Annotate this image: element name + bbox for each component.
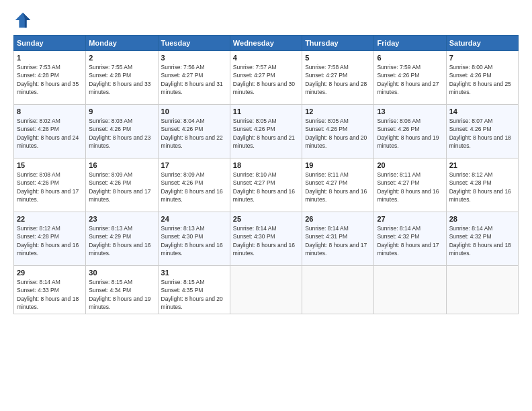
day-info: Sunrise: 7:59 AM Sunset: 4:26 PM Dayligh… [377,63,443,96]
day-number: 20 [377,161,443,169]
table-row: 16 Sunrise: 8:09 AM Sunset: 4:26 PM Dayl… [86,158,158,212]
header-friday: Friday [374,36,446,51]
day-info: Sunrise: 8:10 AM Sunset: 4:27 PM Dayligh… [233,171,299,203]
header-saturday: Saturday [446,36,518,51]
day-info: Sunrise: 8:07 AM Sunset: 4:26 PM Dayligh… [449,117,515,150]
day-info: Sunrise: 8:12 AM Sunset: 4:28 PM Dayligh… [449,171,515,203]
day-info: Sunrise: 8:13 AM Sunset: 4:30 PM Dayligh… [161,224,227,257]
day-number: 26 [305,215,371,223]
day-info: Sunrise: 8:15 AM Sunset: 4:35 PM Dayligh… [161,278,227,311]
day-info: Sunrise: 7:57 AM Sunset: 4:27 PM Dayligh… [233,63,299,96]
day-number: 29 [17,269,83,277]
weekday-header-row: Sunday Monday Tuesday Wednesday Thursday… [14,36,519,51]
table-row: 31 Sunrise: 8:15 AM Sunset: 4:35 PM Dayl… [158,266,230,314]
table-row: 24 Sunrise: 8:13 AM Sunset: 4:30 PM Dayl… [158,212,230,266]
table-row [374,266,446,314]
table-row: 5 Sunrise: 7:58 AM Sunset: 4:27 PM Dayli… [302,51,374,105]
page: Sunday Monday Tuesday Wednesday Thursday… [0,0,532,411]
table-row: 7 Sunrise: 8:00 AM Sunset: 4:26 PM Dayli… [446,51,518,105]
table-row: 26 Sunrise: 8:14 AM Sunset: 4:31 PM Dayl… [302,212,374,266]
day-info: Sunrise: 8:08 AM Sunset: 4:26 PM Dayligh… [17,171,83,203]
day-info: Sunrise: 8:12 AM Sunset: 4:28 PM Dayligh… [17,224,83,257]
day-number: 6 [377,54,443,62]
day-info: Sunrise: 8:00 AM Sunset: 4:26 PM Dayligh… [449,63,515,96]
header-thursday: Thursday [302,36,374,51]
day-info: Sunrise: 7:53 AM Sunset: 4:28 PM Dayligh… [17,63,83,96]
day-number: 4 [233,54,299,62]
day-number: 12 [305,107,371,116]
table-row [446,266,518,314]
day-info: Sunrise: 8:06 AM Sunset: 4:26 PM Dayligh… [377,117,443,150]
header-wednesday: Wednesday [230,36,302,51]
table-row: 1 Sunrise: 7:53 AM Sunset: 4:28 PM Dayli… [14,51,86,105]
day-number: 5 [305,54,371,62]
day-info: Sunrise: 7:56 AM Sunset: 4:27 PM Dayligh… [161,63,227,96]
table-row: 22 Sunrise: 8:12 AM Sunset: 4:28 PM Dayl… [14,212,86,266]
table-row: 15 Sunrise: 8:08 AM Sunset: 4:26 PM Dayl… [14,158,86,212]
table-row: 27 Sunrise: 8:14 AM Sunset: 4:32 PM Dayl… [374,212,446,266]
day-number: 15 [17,161,83,169]
day-info: Sunrise: 8:05 AM Sunset: 4:26 PM Dayligh… [305,117,371,150]
day-info: Sunrise: 7:58 AM Sunset: 4:27 PM Dayligh… [305,63,371,96]
day-number: 16 [89,161,154,169]
day-info: Sunrise: 8:14 AM Sunset: 4:33 PM Dayligh… [17,278,83,311]
day-number: 7 [449,54,515,62]
day-number: 10 [161,107,227,116]
table-row: 10 Sunrise: 8:04 AM Sunset: 4:26 PM Dayl… [158,105,230,158]
day-number: 3 [161,54,227,62]
header [13,11,519,30]
table-row: 28 Sunrise: 8:14 AM Sunset: 4:32 PM Dayl… [446,212,518,266]
day-number: 25 [233,215,299,223]
day-number: 14 [449,107,515,116]
table-row [302,266,374,314]
table-row: 20 Sunrise: 8:11 AM Sunset: 4:27 PM Dayl… [374,158,446,212]
day-number: 1 [17,54,83,62]
day-info: Sunrise: 8:14 AM Sunset: 4:30 PM Dayligh… [233,224,299,257]
table-row: 18 Sunrise: 8:10 AM Sunset: 4:27 PM Dayl… [230,158,302,212]
day-info: Sunrise: 8:11 AM Sunset: 4:27 PM Dayligh… [305,171,371,203]
day-info: Sunrise: 8:14 AM Sunset: 4:31 PM Dayligh… [305,224,371,257]
table-row: 21 Sunrise: 8:12 AM Sunset: 4:28 PM Dayl… [446,158,518,212]
logo-icon [13,11,32,30]
day-number: 13 [377,107,443,116]
day-number: 9 [89,107,154,116]
table-row: 11 Sunrise: 8:05 AM Sunset: 4:26 PM Dayl… [230,105,302,158]
day-number: 31 [161,269,227,277]
day-info: Sunrise: 8:04 AM Sunset: 4:26 PM Dayligh… [161,117,227,150]
day-info: Sunrise: 7:55 AM Sunset: 4:28 PM Dayligh… [89,63,154,96]
table-row: 23 Sunrise: 8:13 AM Sunset: 4:29 PM Dayl… [86,212,158,266]
day-number: 18 [233,161,299,169]
header-tuesday: Tuesday [158,36,230,51]
day-info: Sunrise: 8:09 AM Sunset: 4:26 PM Dayligh… [89,171,154,203]
table-row: 17 Sunrise: 8:09 AM Sunset: 4:26 PM Dayl… [158,158,230,212]
day-info: Sunrise: 8:14 AM Sunset: 4:32 PM Dayligh… [449,224,515,257]
day-info: Sunrise: 8:03 AM Sunset: 4:26 PM Dayligh… [89,117,154,150]
table-row: 19 Sunrise: 8:11 AM Sunset: 4:27 PM Dayl… [302,158,374,212]
table-row: 9 Sunrise: 8:03 AM Sunset: 4:26 PM Dayli… [86,105,158,158]
day-number: 27 [377,215,443,223]
day-number: 17 [161,161,227,169]
day-info: Sunrise: 8:09 AM Sunset: 4:26 PM Dayligh… [161,171,227,203]
table-row: 14 Sunrise: 8:07 AM Sunset: 4:26 PM Dayl… [446,105,518,158]
table-row: 3 Sunrise: 7:56 AM Sunset: 4:27 PM Dayli… [158,51,230,105]
table-row: 29 Sunrise: 8:14 AM Sunset: 4:33 PM Dayl… [14,266,86,314]
day-number: 22 [17,215,83,223]
day-number: 2 [89,54,154,62]
day-info: Sunrise: 8:14 AM Sunset: 4:32 PM Dayligh… [377,224,443,257]
table-row [230,266,302,314]
day-number: 11 [233,107,299,116]
table-row: 6 Sunrise: 7:59 AM Sunset: 4:26 PM Dayli… [374,51,446,105]
header-sunday: Sunday [14,36,86,51]
table-row: 25 Sunrise: 8:14 AM Sunset: 4:30 PM Dayl… [230,212,302,266]
day-number: 28 [449,215,515,223]
table-row: 30 Sunrise: 8:15 AM Sunset: 4:34 PM Dayl… [86,266,158,314]
day-info: Sunrise: 8:05 AM Sunset: 4:26 PM Dayligh… [233,117,299,150]
day-info: Sunrise: 8:11 AM Sunset: 4:27 PM Dayligh… [377,171,443,203]
table-row: 8 Sunrise: 8:02 AM Sunset: 4:26 PM Dayli… [14,105,86,158]
table-row: 2 Sunrise: 7:55 AM Sunset: 4:28 PM Dayli… [86,51,158,105]
table-row: 12 Sunrise: 8:05 AM Sunset: 4:26 PM Dayl… [302,105,374,158]
day-info: Sunrise: 8:13 AM Sunset: 4:29 PM Dayligh… [89,224,154,257]
day-number: 24 [161,215,227,223]
day-number: 30 [89,269,154,277]
table-row: 13 Sunrise: 8:06 AM Sunset: 4:26 PM Dayl… [374,105,446,158]
